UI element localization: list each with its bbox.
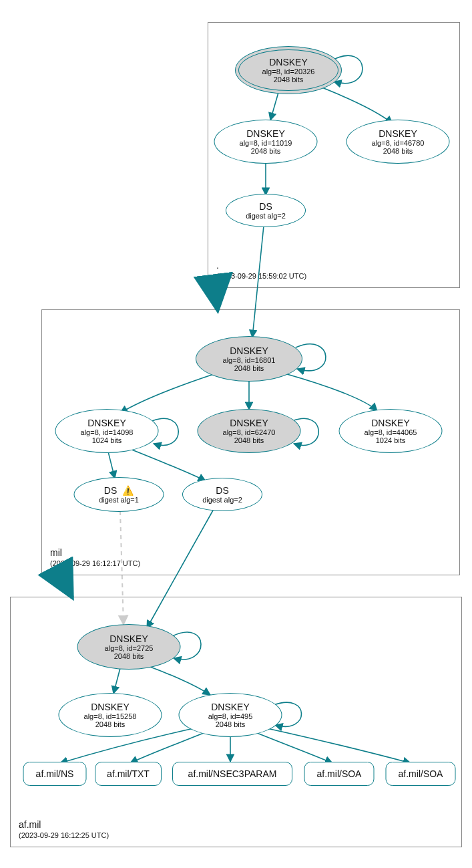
node-root-zsk-11019: DNSKEY alg=8, id=11019 2048 bits — [214, 120, 318, 164]
warning-icon: ⚠️ — [122, 486, 134, 495]
rr-soa-1: af.mil/SOA — [304, 762, 375, 786]
rr-txt: af.mil/TXT — [95, 762, 162, 786]
node-mil-ds-alg1: DS ⚠️ digest alg=1 — [74, 477, 164, 512]
node-afmil-zsk-15258: DNSKEY alg=8, id=15258 2048 bits — [59, 693, 162, 737]
node-root-ds: DS digest alg=2 — [226, 194, 306, 227]
node-mil-zsk-44065: DNSKEY alg=8, id=44065 1024 bits — [339, 409, 443, 453]
node-root-zsk-46780: DNSKEY alg=8, id=46780 2048 bits — [346, 120, 450, 164]
node-afmil-zsk-495: DNSKEY alg=8, id=495 2048 bits — [179, 693, 282, 737]
dnssec-diagram: . (2023-09-29 15:59:02 UTC) mil (2023-09… — [0, 0, 472, 868]
node-mil-zsk-14098: DNSKEY alg=8, id=14098 1024 bits — [55, 409, 159, 453]
zone-mil-label: mil (2023-09-29 16:12:17 UTC) — [50, 547, 140, 568]
zone-afmil-label: af.mil (2023-09-29 16:12:25 UTC) — [19, 819, 109, 840]
rr-nsec3param: af.mil/NSEC3PARAM — [172, 762, 292, 786]
node-mil-zsk-62470: DNSKEY alg=8, id=62470 2048 bits — [198, 409, 301, 453]
node-mil-ds-alg2: DS digest alg=2 — [182, 478, 262, 511]
zone-root-label: . (2023-09-29 15:59:02 UTC) — [216, 259, 306, 281]
node-mil-ksk: DNSKEY alg=8, id=16801 2048 bits — [196, 336, 302, 382]
node-root-ksk: DNSKEY alg=8, id=20326 2048 bits — [235, 46, 342, 94]
node-afmil-ksk: DNSKEY alg=8, id=2725 2048 bits — [77, 624, 181, 670]
rr-soa-2: af.mil/SOA — [386, 762, 456, 786]
rr-ns: af.mil/NS — [23, 762, 87, 786]
